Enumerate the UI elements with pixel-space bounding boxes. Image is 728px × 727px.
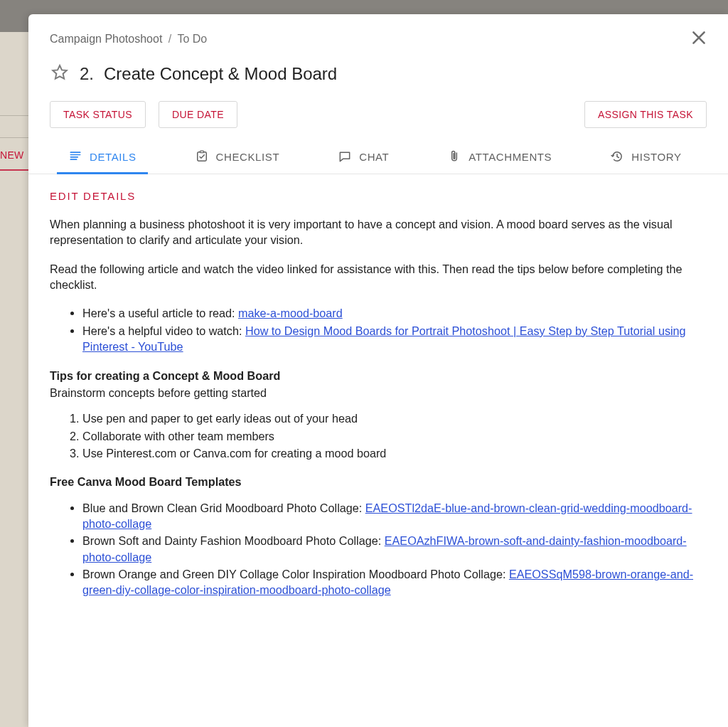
tab-label: DETAILS <box>90 151 136 163</box>
close-icon <box>690 28 708 50</box>
attachment-icon <box>447 149 461 164</box>
assign-task-button[interactable]: ASSIGN THIS TASK <box>584 101 707 128</box>
list-item: Collaborate with other team members <box>82 428 707 444</box>
resources-list: Here's a useful article to read: make-a-… <box>82 305 707 354</box>
template-lead: Brown Soft and Dainty Fashion Moodboard … <box>82 534 385 547</box>
details-icon <box>68 149 82 164</box>
templates-heading: Free Canva Mood Board Templates <box>50 474 707 489</box>
tab-label: CHAT <box>359 151 389 163</box>
page-title: Create Concept & Mood Board <box>104 64 337 84</box>
details-paragraph: When planning a business photoshoot it i… <box>50 216 707 248</box>
list-item: Blue and Brown Clean Grid Moodboard Phot… <box>82 500 707 532</box>
svg-rect-0 <box>197 152 206 161</box>
breadcrumb: Campaign Photoshoot / To Do <box>50 33 707 50</box>
favorite-button[interactable] <box>50 64 70 84</box>
resource-lead: Here's a useful article to read: <box>82 307 238 319</box>
tips-list: Use pen and paper to get early ideas out… <box>82 410 707 461</box>
list-item: Use Pinterest.com or Canva.com for creat… <box>82 445 707 461</box>
tab-label: ATTACHMENTS <box>469 151 552 163</box>
template-lead: Blue and Brown Clean Grid Moodboard Phot… <box>82 502 365 514</box>
background-new-tab[interactable]: NEW <box>0 149 24 161</box>
checklist-icon <box>195 149 209 164</box>
details-body: When planning a business photoshoot it i… <box>50 216 707 598</box>
task-modal: Campaign Photoshoot / To Do 2. Create Co… <box>28 14 728 727</box>
edit-details-button[interactable]: EDIT DETAILS <box>50 190 136 202</box>
tab-details[interactable]: DETAILS <box>64 139 141 174</box>
history-icon <box>610 149 624 164</box>
details-paragraph: Read the following article and watch the… <box>50 261 707 293</box>
background-tab-underline <box>0 169 28 171</box>
tab-attachments[interactable]: ATTACHMENTS <box>443 139 556 174</box>
breadcrumb-separator: / <box>168 33 171 45</box>
svg-rect-1 <box>200 151 203 153</box>
tips-heading: Tips for creating a Concept & Mood Board <box>50 368 707 383</box>
list-item: Brown Orange and Green DIY Collage Color… <box>82 566 707 598</box>
due-date-button[interactable]: DUE DATE <box>159 101 237 128</box>
template-lead: Brown Orange and Green DIY Collage Color… <box>82 568 509 580</box>
tab-label: CHECKLIST <box>216 151 280 163</box>
close-button[interactable] <box>688 28 710 50</box>
tab-history[interactable]: HISTORY <box>606 139 685 174</box>
list-item: Here's a helpful video to watch: How to … <box>82 323 707 355</box>
tips-subheading: Brainstorm concepts before getting start… <box>50 385 707 400</box>
resource-lead: Here's a helpful video to watch: <box>82 324 245 337</box>
list-item: Use pen and paper to get early ideas out… <box>82 410 707 426</box>
task-number: 2. <box>80 64 94 84</box>
list-item: Here's a useful article to read: make-a-… <box>82 305 707 321</box>
chat-icon <box>338 149 352 164</box>
tab-checklist[interactable]: CHECKLIST <box>191 139 284 174</box>
resource-link[interactable]: make-a-mood-board <box>238 307 343 319</box>
breadcrumb-current[interactable]: To Do <box>177 33 207 45</box>
star-outline-icon <box>50 63 69 85</box>
background-divider <box>0 137 28 138</box>
tab-bar: DETAILS CHECKLIST CHAT ATT <box>28 139 728 174</box>
templates-list: Blue and Brown Clean Grid Moodboard Phot… <box>82 500 707 598</box>
action-row: TASK STATUS DUE DATE ASSIGN THIS TASK <box>50 101 707 128</box>
list-item: Brown Soft and Dainty Fashion Moodboard … <box>82 533 707 565</box>
details-panel: EDIT DETAILS When planning a business ph… <box>28 174 728 727</box>
background-divider <box>0 115 28 116</box>
task-title-row: 2. Create Concept & Mood Board <box>50 64 707 84</box>
tab-label: HISTORY <box>631 151 681 163</box>
task-status-button[interactable]: TASK STATUS <box>50 101 146 128</box>
breadcrumb-parent[interactable]: Campaign Photoshoot <box>50 33 162 45</box>
tab-chat[interactable]: CHAT <box>333 139 393 174</box>
